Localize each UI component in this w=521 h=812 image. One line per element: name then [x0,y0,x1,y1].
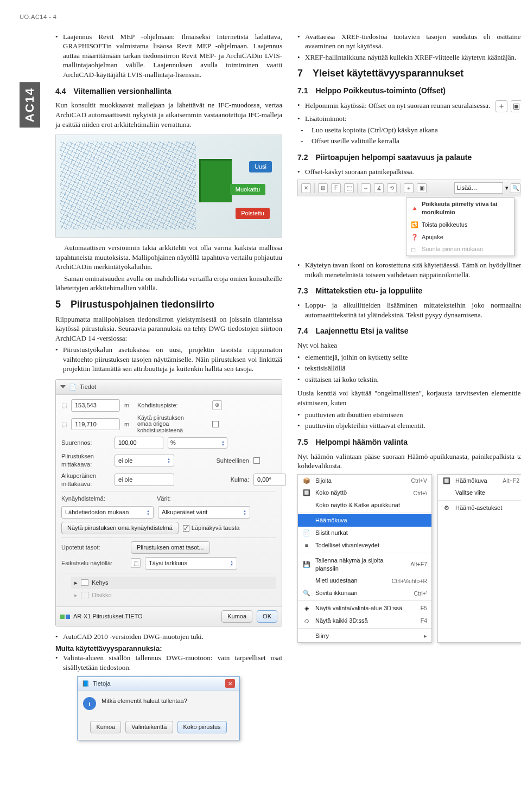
save-dialog: 📘 Tietoja ✕ i Mitkä elementit haluat tal… [77,676,240,740]
menu-item-label: Siistit nurkat [315,529,423,537]
panel-icon: 📄 [69,383,77,391]
menu-item[interactable]: 📦SijoitaCtrl+V [298,475,431,487]
menu-item[interactable]: Siirry▸ [298,630,431,642]
cancel-button[interactable]: Kumoa [221,610,252,623]
penset-select[interactable]: Lähdetiedoston mukaan▲▼ [61,506,154,519]
label: Kynäyhdistelmä: [61,495,126,503]
toolbar-icon[interactable]: ↔ [361,183,371,193]
popup-item[interactable]: 🔁Toista poikkeutus [406,219,514,231]
toolbar-icon[interactable]: ＋ [404,183,414,193]
bullet: Offset-käskyt suoraan painikepalkissa. [297,167,521,177]
show-penset-button[interactable]: Näytä piirustuksen oma kynäyhdistelmä [61,522,179,534]
bullet: Piirustustyökalun asetuksissa on uusi, p… [55,345,282,374]
menu-item-shortcut: Ctrl+' [414,590,427,597]
heading-number: 7.5 [297,437,308,447]
context-menu-left: 📦SijoitaCtrl+V🔲Koko näyttöCtrl+\Koko näy… [297,474,432,643]
menu-item[interactable]: 💾Tallenna näkymä ja sijoita planssiinAlt… [298,554,431,575]
menu-item-icon: 🔍 [302,590,311,597]
menu-item[interactable]: ⚙Häämö-asetukset [438,502,521,514]
disclosure-icon[interactable] [60,385,66,388]
search-icon[interactable]: 🔍 [511,183,520,193]
menu-item-icon: ⚙ [442,504,451,512]
drawing-scale-select[interactable]: ei ole▲▼ [115,455,174,467]
colors-select[interactable]: Alkuperäiset värit▲▼ [158,506,250,519]
menu-item-icon: 📦 [302,477,311,484]
field-y[interactable]: 119,710 [71,418,120,431]
menu-item-label: Häämö-asetukset [455,504,515,512]
coord-icon: ⬚ [61,420,67,429]
menu-item[interactable]: 🔲HäämökuvaAlt+F2 [438,475,521,487]
menu-item-label: Sovita ikkunaan [315,589,410,597]
bullet: osittaisen tai koko tekstin. [297,375,521,385]
menu-item-icon [442,489,451,497]
toolbar-icon[interactable]: ✕ [301,183,311,193]
update-icon[interactable] [60,615,70,619]
unit: m [124,401,133,410]
menu-item[interactable]: ◇Näytä kaikki 3D:ssäF4 [298,615,431,627]
checkbox-use-own-origin[interactable] [212,421,219,427]
menu-item[interactable]: 📄Siistit nurkat [298,527,431,539]
heading-text: Piirustuspohjainen tiedonsiirto [71,299,214,310]
dialog-cancel-button[interactable]: Kumoa [90,721,121,733]
heading-number: 7.4 [297,326,308,336]
original-scale-select[interactable]: ei ole [115,474,174,486]
side-tab: AC14 [20,82,40,127]
bullet: elementtejä, joihin on kytketty selite [297,353,521,362]
menu-item[interactable]: 🔲Koko näyttöCtrl+\ [298,487,431,499]
checkbox-relative[interactable] [253,457,260,464]
close-icon[interactable]: ✕ [225,679,235,688]
menu-item[interactable]: Häämökuva [298,514,431,527]
menu-item-label: Siirry [315,632,420,640]
checkbox-transparent-bg[interactable]: Läpinäkyvä tausta [183,524,240,532]
ok-button[interactable]: OK [257,610,277,623]
dialog-selection-button[interactable]: Valintaikenttä [125,721,173,733]
menu-item-label: Todelliset viivanleveydet [315,541,423,549]
toolbar-icon[interactable]: ⟲ [387,183,397,193]
menu-item[interactable]: Mieti uudestaanCtrl+Vaihto+R [298,574,431,587]
menu-item[interactable]: ≡Todelliset viivanleveydet [298,539,431,552]
heading-text: Helpompi häämön valinta [315,437,408,447]
preview-select[interactable]: Täysi tarkkuus▲▼ [145,557,237,570]
menu-item-label: Mieti uudestaan [315,577,387,585]
label: Suurennos: [61,439,110,447]
menu-item-icon: 💾 [302,561,311,568]
menu-item[interactable]: 🔍Sovita ikkunaanCtrl+' [298,587,431,599]
dialog-whole-drawing-button[interactable]: Koko piirustus [177,721,227,733]
menu-item[interactable]: Koko näyttö & Kätke apuikkunat [298,499,431,512]
heading-5: 5 Piirustuspohjainen tiedonsiirto [55,299,282,310]
list-item-frame[interactable]: ▸Kehys [71,577,276,589]
menu-item[interactable]: ◈Näytä valinta/valinta-alue 3D:ssäF5 [298,602,431,615]
preview-icon[interactable]: ⬚ [131,558,141,568]
field-x[interactable]: 153,543 [71,399,120,412]
menu-item[interactable]: Valitse viite [438,487,521,499]
drawing-aids-toolbar: ✕ ⊞ F ⬚ ↔ ∡ ⟲ ＋ ▣ Lisää… ▾ 🔍 [297,180,521,196]
label: Käytä piirustuksen omaa origoa kohdistus… [137,415,208,434]
paragraph: Nyt häämön valintaan pääse suoraan Häämö… [297,452,521,471]
target-point-icon[interactable]: ⊕ [212,400,222,410]
list-item-title[interactable]: ▸Otsikko [71,589,276,602]
zoom-unit-select[interactable]: %▲▼ [168,437,227,449]
toolbar-search[interactable]: Lisää… ▾ 🔍 [454,182,520,194]
field-angle[interactable]: 0,00° [253,474,286,486]
menu-item-shortcut: ▸ [424,632,427,640]
badge-uusi: Uusi [249,161,272,172]
toolbar-icon[interactable]: ⊞ [318,183,328,193]
field-zoom[interactable]: 100,00 [115,437,163,449]
drawing-settings-panel: 📄 Tiedot ⬚ 153,543 m Kohdistuspiste: ⊕ ⬚… [55,379,282,626]
popup-item[interactable]: 🔺Poikkeuta piirretty viiva tai monikulmi… [406,198,514,219]
heading-number: 4.4 [55,86,66,97]
toolbar-icon[interactable]: ∡ [374,183,384,193]
popup-item[interactable]: ❓Apujake [406,231,514,244]
toolbar-icon[interactable]: ▣ [417,183,427,193]
bullet: XREF-hallintaikkuna näyttää kullekin XRE… [297,53,521,62]
toolbar-icon[interactable]: F [331,183,341,193]
menu-item-label: Sijoita [315,477,407,485]
menu-item-icon: 📄 [302,529,311,536]
embedded-layers-button[interactable]: Piirustuksen omat tasot... [131,541,210,554]
toolbar-icon[interactable]: ⬚ [344,183,354,193]
panel-title: Tiedot [80,383,96,391]
left-column: Laajennus Revit MEP -ohjelmaan: Ilmaisek… [55,32,282,740]
menu-item-shortcut: Ctrl+Vaihto+R [392,577,427,585]
menu-item-icon: ◈ [302,605,311,612]
menu-item-icon: ◇ [302,617,311,624]
